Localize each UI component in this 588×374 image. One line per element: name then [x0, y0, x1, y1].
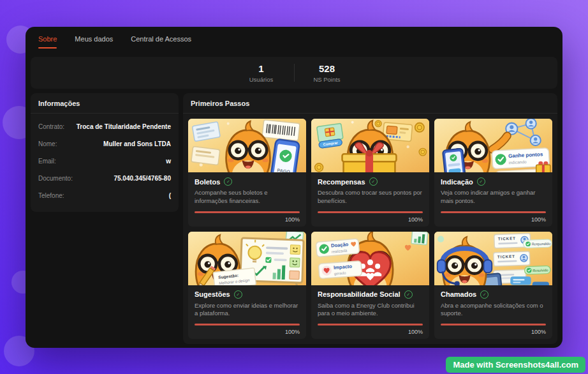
tab-central-de-acessos[interactable]: Central de Acessos [131, 35, 191, 43]
check-circle-icon: ✓ [369, 177, 378, 186]
indicacao-art-svg: Ganhe pontos indicando [434, 119, 552, 172]
svg-text:Resolvido: Resolvido [533, 268, 548, 273]
progress-percent: 100% [318, 216, 423, 223]
card-illustration-sugestoes: Sugestão: Melhorar o design [188, 232, 306, 285]
info-label: Contrato: [38, 123, 64, 130]
card-body: Indicação ✓ Veja como indicar amigos e g… [434, 172, 552, 227]
referral-phone-icon [443, 148, 466, 172]
stat-value: 528 [319, 63, 335, 74]
svg-text:indicando: indicando [508, 160, 527, 165]
donation-badge: Doação realizada [316, 238, 359, 257]
progress-percent: 100% [195, 216, 300, 223]
progress-bar [195, 324, 300, 325]
progress-percent: 100% [441, 329, 546, 335]
info-row-documento: Documento: 75.040.345/4765-80 [38, 175, 171, 182]
card-title: Responsabilidade Social [318, 290, 401, 298]
progress-bar [318, 211, 423, 213]
paid-phone-icon: PAGO [270, 139, 300, 172]
stats-divider [294, 64, 295, 82]
progress-bar [441, 324, 546, 325]
card-indicacao[interactable]: Ganhe pontos indicando Indicação ✓ [434, 119, 552, 227]
tab-meus-dados[interactable]: Meus dados [75, 35, 113, 43]
info-panel: Informações Contrato: Troca de Titularid… [31, 93, 179, 212]
card-illustration-indicacao: Ganhe pontos indicando [434, 119, 552, 172]
info-value: 75.040.345/4765-80 [114, 175, 171, 182]
info-label: Email: [38, 158, 56, 165]
info-row-contrato: Contrato: Troca de Titularidade Pendente [38, 123, 171, 130]
first-steps-title: Primeiros Passos [183, 93, 557, 114]
card-body: Chamados ✓ Abra e acompanhe solicitações… [434, 285, 552, 340]
check-circle-icon: ✓ [404, 290, 413, 299]
card-description: Explore como enviar ideias e melhorar a … [195, 302, 300, 318]
stats-panel: 1 Usuários 528 NS Points [31, 57, 557, 89]
card-title: Sugestões [195, 290, 230, 298]
info-rows: Contrato: Troca de Titularidade Pendente… [31, 114, 179, 212]
card-illustration-boletos: PAGO [188, 119, 306, 172]
headset-icon [437, 260, 446, 273]
svg-text:Respondido: Respondido [532, 241, 551, 246]
info-value: w [166, 158, 171, 165]
card-title: Boletos [195, 178, 220, 186]
stat-label: NS Points [313, 76, 340, 83]
chamados-art-svg: TICKET Respondido [434, 232, 552, 285]
info-row-nome: Nome: Muller and Sons LTDA [38, 140, 171, 147]
card-description: Abra e acompanhe solicitações com o supo… [441, 302, 546, 318]
check-circle-icon: ✓ [224, 177, 232, 186]
impact-badge: Impacto gerado [318, 260, 362, 278]
stat-label: Usuários [249, 76, 274, 83]
info-label: Documento: [38, 175, 73, 182]
stat-usuarios: 1 Usuários [243, 63, 280, 83]
card-body: Responsabilidade Social ✓ Saiba como a E… [311, 285, 429, 340]
stat-value: 1 [258, 63, 263, 74]
card-title: Indicação [441, 178, 473, 186]
svg-text:TICKET: TICKET [498, 236, 516, 241]
card-recompensas[interactable]: Comprar [311, 119, 429, 227]
progress-bar [318, 324, 423, 325]
card-description: Veja como indicar amigos e ganhar mais p… [441, 189, 546, 206]
progress-bar [441, 211, 546, 213]
info-label: Nome: [38, 140, 57, 147]
stat-ns-points: 528 NS Points [309, 63, 346, 83]
card-boletos[interactable]: PAGO Boletos ✓ Acompanhe seus boletos e … [188, 119, 306, 227]
resolved-pill: Resolvido [524, 266, 550, 274]
first-steps-panel: Primeiros Passos [183, 93, 557, 344]
card-responsabilidade-social[interactable]: Doação realizada Impacto gerado [311, 232, 429, 340]
check-circle-icon: ✓ [480, 290, 489, 299]
card-body: Sugestões ✓ Explore como enviar ideias e… [188, 285, 306, 340]
steps-card-grid: PAGO Boletos ✓ Acompanhe seus boletos e … [183, 114, 557, 344]
answered-pill: Respondido [523, 239, 552, 248]
tab-bar: Sobre Meus dados Central de Acessos [26, 27, 562, 51]
card-description: Descubra como trocar seus pontos por ben… [318, 189, 423, 206]
card-title: Chamados [441, 290, 476, 298]
card-body: Boletos ✓ Acompanhe seus boletos e infor… [188, 172, 306, 227]
main-content: Informações Contrato: Troca de Titularid… [31, 93, 557, 344]
card-body: Recompensas ✓ Descubra como trocar seus … [311, 172, 429, 227]
check-circle-icon: ✓ [477, 177, 485, 186]
card-title: Recompensas [318, 178, 365, 186]
card-illustration-chamados: TICKET Respondido [434, 232, 552, 285]
info-value: Troca de Titularidade Pendente [77, 123, 171, 130]
watermark-badge[interactable]: Made with Screenshots4all.com [446, 357, 585, 373]
info-label: Telefone: [38, 192, 64, 199]
sugestoes-art-svg: Sugestão: Melhorar o design [188, 232, 306, 285]
progress-percent: 100% [441, 216, 546, 223]
ticket-card: TICKET [494, 251, 530, 266]
check-circle-icon: ✓ [234, 290, 242, 299]
app-window: Sobre Meus dados Central de Acessos 1 Us… [26, 27, 562, 348]
info-value: ( [169, 192, 171, 199]
screen: Sobre Meus dados Central de Acessos 1 Us… [0, 0, 588, 374]
card-illustration-recompensas: Comprar [311, 119, 429, 172]
info-row-email: Email: w [38, 158, 171, 165]
card-description: Saiba como a Energy Club contribui para … [318, 302, 423, 318]
card-illustration-responsabilidade: Doação realizada Impacto gerado [311, 232, 429, 285]
responsabilidade-art-svg: Doação realizada Impacto gerado [311, 232, 429, 285]
info-panel-title: Informações [31, 93, 179, 114]
card-chamados[interactable]: TICKET Respondido [434, 232, 552, 340]
card-sugestoes[interactable]: Sugestão: Melhorar o design Sugestões ✓ … [188, 232, 306, 340]
progress-percent: 100% [318, 329, 423, 335]
progress-percent: 100% [195, 329, 300, 335]
card-description: Acompanhe seus boletos e informações fin… [195, 189, 300, 206]
recompensas-art-svg: Comprar [311, 119, 429, 172]
progress-bar [195, 211, 300, 213]
tab-sobre[interactable]: Sobre [38, 35, 57, 43]
